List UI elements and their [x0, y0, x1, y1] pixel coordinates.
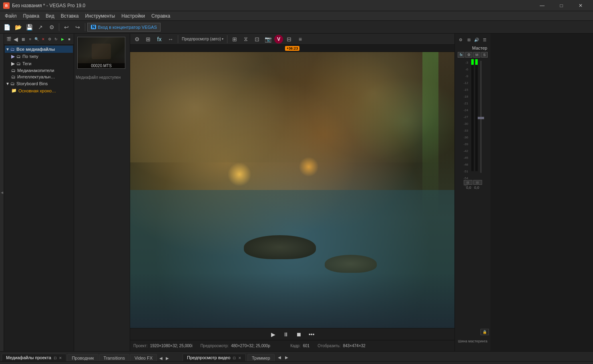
close-button[interactable]: ✕: [571, 0, 590, 11]
preview-pause-btn[interactable]: ⏸: [281, 330, 291, 339]
tree-item-storyboard[interactable]: ▾ 🗂 Storyboard Bins: [5, 80, 73, 87]
tab-explorer[interactable]: Проводник: [67, 354, 98, 361]
frame-pair: Кадр: 601: [290, 344, 310, 348]
menu-view[interactable]: Вид: [42, 11, 58, 21]
master-label: Мастер: [472, 46, 487, 50]
meter-right-fill: [475, 59, 478, 65]
menu-bar: Файл Правка Вид Вставка Инструменты Наст…: [0, 11, 593, 21]
tree-item-all-media[interactable]: ▾ 🗂 Все медиафайлы: [5, 46, 73, 53]
preview-stop-btn[interactable]: ⏹: [294, 330, 304, 339]
tab-transitions-label: Transitions: [104, 356, 125, 360]
menu-settings[interactable]: Настройки: [118, 11, 148, 21]
tree-item-by-type[interactable]: ▶ 🗂 По типу: [5, 53, 73, 60]
storyboard-bins-label: Storyboard Bins: [16, 81, 48, 86]
preview-turtle2: [325, 255, 377, 273]
left-edge-collapse[interactable]: ◀: [0, 34, 4, 351]
media-play-btn[interactable]: ▶: [60, 36, 65, 43]
preview-fx-btn[interactable]: fx: [154, 34, 165, 44]
menu-file[interactable]: Файл: [2, 11, 20, 21]
preview-auto-dropdown[interactable]: Предпросмотр (авто) ▾: [180, 37, 225, 41]
preview-copy-btn[interactable]: ⊡: [252, 34, 262, 44]
tree-item-tags[interactable]: ▶ 🗂 Теги: [5, 60, 73, 67]
tabs-scroll-right[interactable]: ▶: [164, 355, 171, 361]
preview-value: 480×270×32; 25,000p: [231, 344, 270, 348]
tab-media-files[interactable]: Медиафайлы проекта □ ✕: [2, 354, 66, 361]
main-layout: ◀ 🎬 ◀ Импортировать мультимедиа...▾ ▦ ≡ …: [0, 34, 593, 351]
right-mixer-btn[interactable]: ☰: [481, 36, 488, 43]
preview-channel-btn[interactable]: ↔: [165, 34, 176, 44]
master-m-btn[interactable]: M: [473, 52, 480, 58]
preview-sep-1: [178, 35, 178, 43]
menu-help[interactable]: Справка: [148, 11, 173, 21]
media-pool-icon: 🎬: [6, 35, 12, 43]
right-panel-header: ⚙ ⊞ 🔊 ☰: [456, 35, 489, 44]
preview-extra-btn1[interactable]: ⊟: [284, 34, 294, 44]
preview-extra-btn2[interactable]: ≡: [295, 34, 306, 44]
preview-tabs-scroll-right[interactable]: ▶: [283, 354, 290, 361]
tab-media-files-icon[interactable]: □: [54, 356, 56, 360]
preview-more-btn[interactable]: •••: [307, 330, 316, 339]
master-fader-handle[interactable]: [478, 117, 484, 119]
tab-preview-video-close[interactable]: ✕: [238, 356, 241, 360]
preview-res-pair: Предпросмотр: 480×270×32; 25,000p: [200, 344, 270, 348]
undo-btn[interactable]: ↩: [61, 22, 72, 32]
meter-display-1[interactable]: ⊟: [464, 180, 472, 185]
master-fx-btn[interactable]: fx: [458, 52, 464, 58]
media-stop-btn[interactable]: ■: [66, 36, 72, 43]
maximize-button[interactable]: □: [552, 0, 571, 11]
preview-grid-btn[interactable]: ⊞: [229, 34, 240, 44]
vegas-hub-label: Вход в концентратор VEGAS: [98, 25, 157, 30]
minimize-button[interactable]: —: [533, 0, 551, 11]
master-settings-btn[interactable]: ⚙: [465, 52, 472, 58]
media-remove-btn[interactable]: ✕: [40, 36, 46, 43]
open-btn[interactable]: 📂: [13, 22, 23, 32]
right-speaker-btn[interactable]: 🔊: [473, 36, 480, 43]
display-label: Отобразить:: [318, 344, 340, 348]
media-view-list[interactable]: ≡: [27, 36, 33, 43]
preview-play-btn[interactable]: ▶: [268, 330, 278, 339]
tree-item-media-drives[interactable]: 🗂 Медианакопители: [5, 67, 73, 74]
media-settings-btn[interactable]: ⚙: [47, 36, 52, 43]
preview-vegas-logo[interactable]: V: [274, 35, 283, 44]
preview-controls: ▶ ⏸ ⏹ •••: [130, 328, 454, 340]
media-back-btn[interactable]: ◀: [13, 35, 19, 43]
mastering-bus-label: Шина мастеринга: [455, 339, 490, 343]
right-expand-btn[interactable]: ⊞: [465, 36, 472, 43]
preview-time-marker: +36:23: [285, 46, 300, 51]
menu-tools[interactable]: Инструменты: [82, 11, 118, 21]
tab-preview-video[interactable]: Предпросмотр видео □ ✕: [183, 354, 246, 361]
preview-tabs-scroll-left[interactable]: ◀: [276, 354, 283, 361]
tabs-scroll-left[interactable]: ◀: [158, 355, 164, 361]
undo2-btn[interactable]: ↪: [72, 22, 83, 32]
media-search[interactable]: 🔍: [34, 36, 39, 43]
menu-insert[interactable]: Вставка: [58, 11, 82, 21]
new-project-btn[interactable]: 📄: [2, 22, 12, 32]
preview-sep-2: [227, 35, 227, 43]
tab-trimmer[interactable]: Триммер: [247, 354, 275, 361]
tree-item-main-timeline[interactable]: 📁 Основная хронолог...: [5, 87, 73, 94]
media-tree: ▾ 🗂 Все медиафайлы ▶ 🗂 По типу ▶ 🗂 Теги …: [4, 45, 74, 351]
media-file-thumb[interactable]: 00020.MTS: [77, 37, 125, 69]
tab-transitions[interactable]: Transitions: [99, 354, 129, 361]
export-btn[interactable]: ↗: [35, 22, 46, 32]
media-refresh-btn[interactable]: ↻: [53, 36, 59, 43]
tab-media-files-close[interactable]: ✕: [59, 356, 62, 360]
meter-display-2[interactable]: ⊟: [473, 180, 482, 185]
right-settings-btn[interactable]: ⚙: [457, 36, 464, 43]
preview-snap-btn[interactable]: ⧖: [241, 34, 251, 44]
preview-settings-btn[interactable]: ⚙: [132, 34, 142, 44]
tab-video-fx-label: Video FX: [135, 356, 153, 360]
media-view-thumb[interactable]: ▦: [21, 36, 26, 43]
settings-btn[interactable]: ⚙: [46, 22, 57, 32]
tab-video-fx[interactable]: Video FX: [130, 354, 157, 361]
menu-edit[interactable]: Правка: [20, 11, 43, 21]
master-s-btn[interactable]: S: [481, 52, 488, 58]
lock-btn[interactable]: 🔒: [480, 329, 489, 335]
tree-item-smart-bins[interactable]: 🗂 Интеллектуальные нак...: [5, 74, 73, 80]
project-info-pair: Проект: 1920×1080×32; 25,000i: [133, 344, 192, 348]
preview-snapshot-btn[interactable]: 📷: [263, 34, 273, 44]
preview-split-btn[interactable]: ⊞: [143, 34, 153, 44]
vegas-hub-btn[interactable]: N Вход в концентратор VEGAS: [87, 23, 161, 32]
save-btn[interactable]: 💾: [24, 22, 34, 32]
preview-viewport[interactable]: [130, 52, 454, 328]
